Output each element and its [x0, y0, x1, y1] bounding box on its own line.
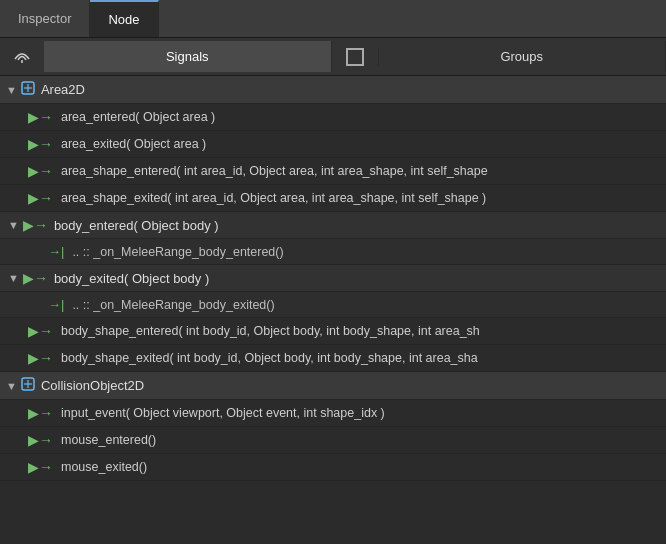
signal-icon: ▶→ — [28, 350, 53, 366]
signal-mouse-entered[interactable]: ▶→ mouse_entered() — [0, 427, 666, 454]
signals-label: Signals — [166, 49, 209, 64]
signal-area-shape-exited-text: area_shape_exited( int area_id, Object a… — [61, 191, 486, 205]
signals-antenna-icon — [0, 47, 44, 67]
section-collision-arrow: ▼ — [6, 380, 17, 392]
signal-body-exited-text: body_exited( Object body ) — [54, 271, 209, 286]
signal-body-entered-text: body_entered( Object body ) — [54, 218, 219, 233]
section-collisionobject2d[interactable]: ▼ CollisionObject2D — [0, 372, 666, 400]
signal-icon: ▶→ — [28, 405, 53, 421]
square-icon-button[interactable] — [332, 48, 379, 66]
signal-area-shape-exited[interactable]: ▶→ area_shape_exited( int area_id, Objec… — [0, 185, 666, 212]
square-icon — [346, 48, 364, 66]
signal-icon: ▶→ — [28, 432, 53, 448]
signal-icon: ▶→ — [23, 270, 48, 286]
connection-body-entered-1[interactable]: →| .. :: _on_MeleeRange_body_entered() — [0, 239, 666, 265]
body-entered-arrow: ▼ — [8, 219, 19, 231]
area2d-icon — [21, 81, 35, 98]
signal-body-shape-entered[interactable]: ▶→ body_shape_entered( int body_id, Obje… — [0, 318, 666, 345]
signal-mouse-exited-text: mouse_exited() — [61, 460, 147, 474]
section-area2d[interactable]: ▼ Area2D — [0, 76, 666, 104]
header-tabs: Inspector Node — [0, 0, 666, 38]
signals-content[interactable]: ▼ Area2D ▶→ area_entered( Object area ) … — [0, 76, 666, 544]
tab-node-label: Node — [108, 12, 139, 27]
groups-label: Groups — [500, 49, 543, 64]
toolbar: Signals Groups — [0, 38, 666, 76]
signal-body-shape-exited-text: body_shape_exited( int body_id, Object b… — [61, 351, 478, 365]
signal-icon: ▶→ — [28, 459, 53, 475]
signal-area-entered-text: area_entered( Object area ) — [61, 110, 215, 124]
signal-body-exited-header[interactable]: ▼ ▶→ body_exited( Object body ) — [0, 265, 666, 292]
signal-area-exited-text: area_exited( Object area ) — [61, 137, 206, 151]
section-area2d-arrow: ▼ — [6, 84, 17, 96]
signal-icon: ▶→ — [28, 109, 53, 125]
signal-area-shape-entered-text: area_shape_entered( int area_id, Object … — [61, 164, 488, 178]
signal-input-event[interactable]: ▶→ input_event( Object viewport, Object … — [0, 400, 666, 427]
tab-inspector-label: Inspector — [18, 11, 71, 26]
signals-button[interactable]: Signals — [44, 41, 332, 72]
groups-button[interactable]: Groups — [379, 41, 667, 72]
signal-icon: ▶→ — [23, 217, 48, 233]
signal-input-event-text: input_event( Object viewport, Object eve… — [61, 406, 385, 420]
connection-body-exited-1[interactable]: →| .. :: _on_MeleeRange_body_exited() — [0, 292, 666, 318]
connection-body-entered-1-text: .. :: _on_MeleeRange_body_entered() — [72, 245, 283, 259]
section-collisionobject2d-label: CollisionObject2D — [41, 378, 144, 393]
signal-icon: ▶→ — [28, 136, 53, 152]
signal-mouse-exited[interactable]: ▶→ mouse_exited() — [0, 454, 666, 481]
signal-mouse-entered-text: mouse_entered() — [61, 433, 156, 447]
signal-area-shape-entered[interactable]: ▶→ area_shape_entered( int area_id, Obje… — [0, 158, 666, 185]
signal-icon: ▶→ — [28, 190, 53, 206]
collision-icon — [21, 377, 35, 394]
connection-icon: →| — [48, 244, 64, 259]
section-area2d-label: Area2D — [41, 82, 85, 97]
tab-inspector[interactable]: Inspector — [0, 0, 90, 37]
signal-area-entered[interactable]: ▶→ area_entered( Object area ) — [0, 104, 666, 131]
connection-icon: →| — [48, 297, 64, 312]
tab-node[interactable]: Node — [90, 0, 158, 37]
signal-icon: ▶→ — [28, 323, 53, 339]
signal-icon: ▶→ — [28, 163, 53, 179]
signal-area-exited[interactable]: ▶→ area_exited( Object area ) — [0, 131, 666, 158]
signal-body-entered-header[interactable]: ▼ ▶→ body_entered( Object body ) — [0, 212, 666, 239]
signal-body-shape-entered-text: body_shape_entered( int body_id, Object … — [61, 324, 480, 338]
signal-body-shape-exited[interactable]: ▶→ body_shape_exited( int body_id, Objec… — [0, 345, 666, 372]
body-exited-arrow: ▼ — [8, 272, 19, 284]
connection-body-exited-1-text: .. :: _on_MeleeRange_body_exited() — [72, 298, 274, 312]
